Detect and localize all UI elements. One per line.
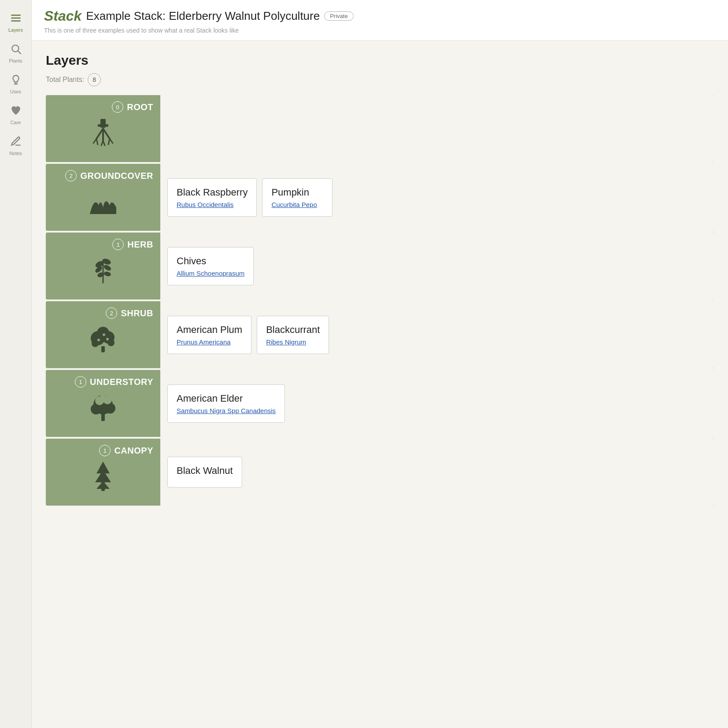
layer-count-badge-shrub: 2 [106, 307, 117, 319]
plant-latin-name[interactable]: Cucurbita Pepo [271, 201, 323, 208]
plant-name: Pumpkin [271, 187, 323, 198]
sidebar-item-layers[interactable]: Layers [0, 7, 31, 38]
sidebar-item-plants[interactable]: Plants [0, 38, 31, 69]
layer-name-herb: HERB [127, 240, 153, 250]
plant-latin-name[interactable]: Rubus Occidentalis [177, 201, 248, 208]
plant-card[interactable]: PumpkinCucurbita Pepo [262, 178, 333, 217]
layer-plants-herb: ChivesAllium Schoenoprasum [160, 233, 714, 299]
search-icon [10, 43, 22, 56]
svg-rect-19 [101, 346, 105, 352]
svg-point-20 [97, 339, 100, 341]
layer-row-root: 0ROOT [46, 95, 714, 162]
svg-point-18 [107, 339, 115, 346]
content-area: Layers Total Plants: 8 0ROOT 2GROUNDCOVE… [32, 41, 728, 518]
herb-icon [85, 252, 121, 293]
plant-name: Chives [177, 255, 244, 267]
layer-name-groundcover: GROUNDCOVER [80, 171, 153, 181]
svg-point-16 [97, 327, 109, 339]
heart-icon [10, 105, 22, 118]
svg-point-11 [103, 264, 112, 272]
private-badge: Private [324, 11, 353, 21]
layer-row-groundcover: 2GROUNDCOVER Black RaspberryRubus Occide… [46, 164, 714, 231]
shrub-icon [85, 321, 121, 362]
layers-icon [10, 12, 22, 26]
main-content: Stack Example Stack: Elderberry Walnut P… [32, 0, 728, 728]
plant-card[interactable]: Black Walnut [167, 457, 242, 488]
svg-point-29 [100, 395, 107, 402]
plant-latin-name[interactable]: Prunus Americana [177, 338, 242, 346]
layer-name-canopy: CANOPY [114, 446, 153, 456]
layer-label-herb: 1HERB [46, 233, 160, 299]
sidebar-item-notes[interactable]: Notes [0, 130, 31, 161]
page-title: Layers [46, 53, 714, 68]
layer-row-shrub: 2SHRUB American PlumPrunus AmericanaBlac… [46, 301, 714, 368]
svg-point-21 [106, 338, 109, 340]
sidebar-item-plants-label: Plants [9, 58, 22, 63]
layer-count-badge-understory: 1 [75, 376, 86, 388]
layer-count-badge-herb: 1 [112, 239, 124, 250]
root-icon [85, 115, 121, 156]
sidebar-item-notes-label: Notes [9, 151, 22, 156]
header: Stack Example Stack: Elderberry Walnut P… [32, 0, 728, 41]
layer-plants-groundcover: Black RaspberryRubus OccidentalisPumpkin… [160, 164, 714, 231]
layer-count-badge-groundcover: 2 [65, 170, 77, 181]
layer-label-groundcover: 2GROUNDCOVER [46, 164, 160, 231]
svg-line-4 [18, 51, 20, 54]
sidebar-item-care[interactable]: Care [0, 100, 31, 130]
layer-label-canopy: 1CANOPY [46, 439, 160, 506]
layer-plants-understory: American ElderSambucus Nigra Spp Canaden… [160, 370, 714, 437]
sidebar-item-uses-label: Uses [10, 89, 21, 94]
plant-latin-name[interactable]: Sambucus Nigra Spp Canadensis [177, 407, 276, 414]
svg-point-17 [92, 340, 99, 347]
plant-card[interactable]: American ElderSambucus Nigra Spp Canaden… [167, 384, 285, 423]
plant-latin-name[interactable]: Allium Schoenoprasum [177, 270, 244, 277]
understory-icon [85, 389, 121, 431]
plant-name: Blackcurrant [266, 324, 320, 336]
plant-card[interactable]: BlackcurrantRibes Nigrum [257, 316, 329, 354]
plant-name: American Elder [177, 393, 276, 404]
canopy-icon [85, 458, 121, 499]
plant-latin-name[interactable]: Ribes Nigrum [266, 338, 320, 346]
layer-row-herb: 1HERB ChivesAllium Schoenoprasum [46, 233, 714, 299]
sidebar-item-uses[interactable]: Uses [0, 69, 31, 100]
sidebar: Layers Plants Uses Care [0, 0, 32, 728]
plant-card[interactable]: Black RaspberryRubus Occidentalis [167, 178, 257, 217]
bulb-icon [10, 74, 22, 87]
total-plants-row: Total Plants: 8 [46, 73, 714, 86]
layer-name-shrub: SHRUB [121, 308, 153, 318]
plant-name: Black Raspberry [177, 187, 248, 198]
total-plants-badge: 8 [88, 73, 101, 86]
svg-rect-7 [98, 124, 108, 127]
header-subtitle: This is one of three examples used to sh… [44, 27, 716, 34]
svg-point-13 [103, 271, 111, 277]
svg-point-25 [91, 404, 101, 414]
layer-row-canopy: 1CANOPY Black Walnut [46, 439, 714, 506]
sidebar-item-layers-label: Layers [8, 27, 23, 33]
plant-card[interactable]: American PlumPrunus Americana [167, 316, 251, 354]
total-plants-label: Total Plants: [46, 76, 84, 84]
svg-point-26 [105, 403, 115, 414]
notes-icon [10, 136, 22, 149]
stack-title: Example Stack: Elderberry Walnut Polycul… [86, 9, 320, 23]
header-title-row: Stack Example Stack: Elderberry Walnut P… [44, 8, 716, 24]
layer-count-badge-canopy: 1 [99, 445, 111, 456]
layer-plants-root [160, 95, 714, 162]
layer-plants-shrub: American PlumPrunus AmericanaBlackcurran… [160, 301, 714, 368]
sidebar-item-care-label: Care [11, 120, 21, 125]
layer-label-understory: 1UNDERSTORY [46, 370, 160, 437]
groundcover-icon [85, 183, 121, 225]
layer-label-shrub: 2SHRUB [46, 301, 160, 368]
plant-name: Black Walnut [177, 465, 233, 477]
layer-label-root: 0ROOT [46, 95, 160, 162]
layer-name-understory: UNDERSTORY [90, 377, 153, 387]
layer-count-badge-root: 0 [112, 101, 123, 113]
layer-name-root: ROOT [127, 102, 153, 112]
layer-plants-canopy: Black Walnut [160, 439, 714, 506]
stack-brand: Stack [44, 8, 81, 24]
svg-point-22 [103, 333, 105, 336]
plant-name: American Plum [177, 324, 242, 336]
plant-card[interactable]: ChivesAllium Schoenoprasum [167, 247, 254, 285]
layers-list: 0ROOT 2GROUNDCOVER Black RaspberryRubus … [46, 95, 714, 506]
layer-row-understory: 1UNDERSTORY American ElderSambucus Nigra… [46, 370, 714, 437]
